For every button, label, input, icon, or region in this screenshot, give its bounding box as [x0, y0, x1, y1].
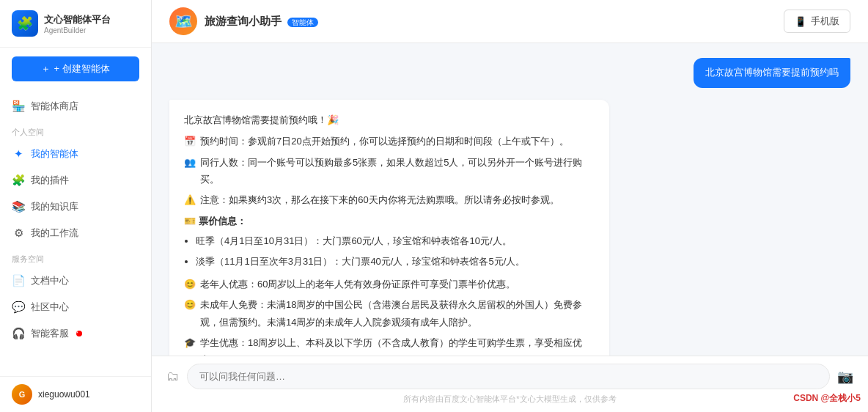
sidebar-nav: 🏪 智能体商店 个人空间 ✦ 我的智能体 🧩 我的插件 📚 我的知识库 ⚙ 我的… [0, 90, 151, 376]
logo-area: 🧩 文心智能体平台 AgentBuilder [0, 0, 151, 48]
scroll-indicator-area: ⌄ [612, 100, 625, 356]
student-icon: 🎓 [184, 334, 196, 351]
input-footer: 所有内容由百度文心智能体平台*文心大模型生成，仅供参考 [166, 394, 853, 405]
my-workflow-icon: ⚙ [12, 227, 25, 240]
chat-input[interactable] [187, 364, 830, 389]
input-area: 🗂 📷 所有内容由百度文心智能体平台*文心大模型生成，仅供参考 [152, 356, 868, 412]
user-message: 北京故宫博物馆需要提前预约吗 [169, 58, 850, 88]
price-header: 🎫 票价信息： [184, 213, 595, 229]
senior-discount: 😊 老年人优惠：60周岁以上的老年人凭有效身份证原件可享受门票半价优惠。 [184, 276, 595, 293]
support-icon: 🎧 [12, 327, 25, 340]
minor-text: 未成年人免费：未满18周岁的中国公民（含港澳台居民及获得永久居留权的外国人）免费… [200, 296, 595, 331]
off-season: 淡季（11月1日至次年3月31日）：大门票40元/人，珍宝馆和钟表馆各5元/人。 [196, 253, 595, 270]
calendar-icon: 📅 [184, 133, 196, 150]
warning-icon: ⚠️ [184, 191, 196, 208]
main-area: 🗺️ 旅游查询小助手 智能体 📱 手机版 北京故宫博物馆需要提前预约吗 北京故宫… [152, 0, 868, 412]
phone-icon: 📱 [795, 16, 806, 27]
service-section-title: 服务空间 [0, 246, 151, 268]
create-icon: ＋ [41, 62, 51, 76]
student-discount: 🎓 学生优惠：18周岁以上、本科及以下学历（不含成人教育）的学生可购学生票，享受… [184, 334, 595, 356]
sidebar-item-store[interactable]: 🏪 智能体商店 [0, 93, 151, 119]
bot-line-2: 👥 同行人数：同一个账号可以预购最多5张票，如果人数超过5人，可以另外开一个账号… [184, 154, 595, 188]
bot-message: 北京故宫博物馆需要提前预约哦！🎉 📅 预约时间：参观前7日20点开始预约，你可以… [169, 100, 850, 356]
group-icon: 👥 [184, 154, 196, 171]
camera-icon[interactable]: 📷 [837, 369, 853, 385]
bot-line-3-text: 注意：如果爽约3次，那么在接下来的60天内你将无法购票哦。所以请务必按时参观。 [200, 191, 559, 208]
user-profile: G xieguowu001 [0, 376, 151, 412]
sidebar-item-my-workflow[interactable]: ⚙ 我的工作流 [0, 220, 151, 246]
sidebar-label-support: 智能客服 [31, 327, 69, 340]
mobile-btn-label: 手机版 [811, 15, 839, 28]
logo-text: 文心智能体平台 AgentBuilder [44, 13, 111, 34]
sidebar-item-my-plugins[interactable]: 🧩 我的插件 [0, 167, 151, 194]
peak-season: 旺季（4月1日至10月31日）：大门票60元/人，珍宝馆和钟表馆各10元/人。 [196, 232, 595, 249]
bot-line-3: ⚠️ 注意：如果爽约3次，那么在接下来的60天内你将无法购票哦。所以请务必按时参… [184, 191, 595, 208]
student-text: 学生优惠：18周岁以上、本科及以下学历（不含成人教育）的学生可购学生票，享受相应… [200, 334, 595, 356]
mobile-version-button[interactable]: 📱 手机版 [784, 10, 850, 33]
username: xieguowu001 [38, 389, 90, 400]
sidebar-label-my-knowledge: 我的知识库 [31, 200, 78, 213]
logo-icon: 🧩 [12, 10, 38, 37]
create-label: + 创建智能体 [54, 62, 109, 76]
input-row: 🗂 📷 [166, 364, 853, 389]
attachment-icon[interactable]: 🗂 [166, 369, 180, 384]
sidebar-item-my-knowledge[interactable]: 📚 我的知识库 [0, 194, 151, 220]
chat-area: 北京故宫博物馆需要提前预约吗 北京故宫博物馆需要提前预约哦！🎉 📅 预约时间：参… [152, 43, 868, 356]
bot-line-1-text: 预约时间：参观前7日20点开始预约，你可以选择预约的日期和时间段（上午或下午）。 [200, 133, 569, 150]
sidebar-label-store: 智能体商店 [31, 100, 78, 113]
agent-name: 旅游查询小助手 [205, 15, 282, 27]
minor-free: 😊 未成年人免费：未满18周岁的中国公民（含港澳台居民及获得永久居留权的外国人）… [184, 296, 595, 331]
user-bubble: 北京故宫博物馆需要提前预约吗 [694, 58, 850, 88]
senior-icon: 😊 [184, 276, 196, 293]
support-badge: * [76, 331, 82, 336]
my-knowledge-icon: 📚 [12, 200, 25, 213]
agent-badge: 智能体 [287, 18, 318, 27]
senior-text: 老年人优惠：60周岁以上的老年人凭有效身份证原件可享受门票半价优惠。 [200, 276, 515, 293]
sidebar-label-community: 社区中心 [31, 301, 69, 314]
sidebar-label-docs: 文档中心 [31, 274, 69, 287]
sidebar-label-my-workflow: 我的工作流 [31, 227, 78, 240]
bot-bubble: 北京故宫博物馆需要提前预约哦！🎉 📅 预约时间：参观前7日20点开始预约，你可以… [169, 100, 609, 356]
avatar-text: G [19, 390, 26, 399]
bot-line-2-text: 同行人数：同一个账号可以预购最多5张票，如果人数超过5人，可以另外开一个账号进行… [200, 154, 595, 188]
chat-wrapper: 北京故宫博物馆需要提前预约吗 北京故宫博物馆需要提前预约哦！🎉 📅 预约时间：参… [152, 43, 868, 412]
watermark: CSDN @全栈小5 [793, 392, 861, 405]
docs-icon: 📄 [12, 274, 25, 287]
sidebar-item-my-agents[interactable]: ✦ 我的智能体 [0, 141, 151, 167]
sidebar-label-my-plugins: 我的插件 [31, 174, 69, 187]
agent-info: 🗺️ 旅游查询小助手 智能体 [169, 7, 318, 35]
logo-title: 文心智能体平台 [44, 13, 111, 26]
sidebar: 🧩 文心智能体平台 AgentBuilder ＋ + 创建智能体 🏪 智能体商店… [0, 0, 152, 412]
topbar: 🗺️ 旅游查询小助手 智能体 📱 手机版 [152, 0, 868, 43]
sidebar-label-my-agents: 我的智能体 [31, 147, 78, 161]
my-plugins-icon: 🧩 [12, 174, 25, 187]
logo-subtitle: AgentBuilder [44, 26, 111, 34]
agent-avatar: 🗺️ [169, 7, 197, 35]
price-list: 旺季（4月1日至10月31日）：大门票60元/人，珍宝馆和钟表馆各10元/人。 … [196, 232, 595, 270]
sidebar-item-support[interactable]: 🎧 智能客服 * [0, 320, 151, 347]
create-agent-button[interactable]: ＋ + 创建智能体 [12, 56, 139, 81]
my-agents-icon: ✦ [12, 147, 25, 161]
community-icon: 💬 [12, 301, 25, 314]
store-icon: 🏪 [12, 100, 25, 113]
bot-line-1: 📅 预约时间：参观前7日20点开始预约，你可以选择预约的日期和时间段（上午或下午… [184, 133, 595, 150]
agent-name-container: 旅游查询小助手 智能体 [205, 15, 318, 29]
bot-title: 北京故宫博物馆需要提前预约哦！🎉 [184, 111, 595, 128]
minor-icon: 😊 [184, 296, 196, 313]
sidebar-item-docs[interactable]: 📄 文档中心 [0, 268, 151, 294]
avatar: G [12, 384, 32, 405]
sidebar-item-community[interactable]: 💬 社区中心 [0, 294, 151, 320]
personal-section-title: 个人空间 [0, 119, 151, 141]
